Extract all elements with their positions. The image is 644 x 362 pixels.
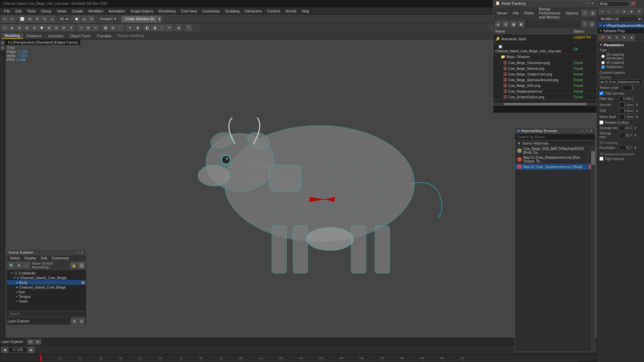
material-editor-btn[interactable]: ◈: [176, 24, 182, 31]
selection-filter[interactable]: All: [58, 16, 70, 22]
resolution-spinner[interactable]: ⬍: [634, 146, 637, 150]
scene-item-tooth[interactable]: ● Tooth: [7, 299, 86, 304]
stack-config-btn[interactable]: ⚙: [606, 35, 613, 41]
mod-item-vray[interactable]: 👁 ■ VRayDisplacementMod: [597, 23, 644, 28]
asset-maximize[interactable]: □: [587, 1, 590, 5]
render-setup-btn[interactable]: ◧: [144, 24, 150, 31]
menu-item-civil-view[interactable]: Civil View: [178, 8, 199, 14]
rotate-btn[interactable]: ↻: [41, 16, 48, 22]
table-row[interactable]: 🖼 Cow_Beige_SSS.png Found: [493, 83, 597, 89]
mod-icon-2[interactable]: ▷: [606, 8, 613, 14]
material-browser-title-bar[interactable]: ◈ Material/Map Browser ─ □ ✕: [515, 128, 595, 134]
water-level-spinner[interactable]: ⬍: [636, 115, 638, 119]
tb2-btn9[interactable]: ⊕: [60, 24, 67, 31]
scale-btn[interactable]: ⊿: [49, 16, 55, 22]
mod-icon-1[interactable]: ✦: [599, 8, 605, 14]
table-row[interactable]: 🖼 Cow_Displacement.exr Found: [493, 89, 597, 94]
menu-item-file[interactable]: File: [1, 8, 13, 14]
water-level-input[interactable]: [619, 114, 634, 119]
select-btn[interactable]: ⬜: [18, 16, 26, 22]
tb2-btn1[interactable]: ⬡: [1, 24, 8, 31]
asset-help-btn[interactable]: ?: [582, 10, 588, 16]
menu-item-rendering[interactable]: Rendering: [156, 8, 179, 14]
menu-item-graph-editors[interactable]: Graph Editors: [128, 8, 156, 14]
mod-icon-6[interactable]: ⚙: [636, 8, 642, 14]
asset-menu-server[interactable]: Server: [495, 11, 509, 15]
scene-tb-filter[interactable]: ▼: [16, 262, 22, 269]
scene-menu-customize[interactable]: Customize: [50, 256, 71, 260]
curve-btn[interactable]: ⌒: [117, 24, 123, 31]
asset-tb-5[interactable]: ?: [581, 21, 588, 28]
radio-3d[interactable]: 3D mapping: [601, 61, 642, 64]
left-icon-2[interactable]: [1, 46, 5, 50]
texture-chan-input[interactable]: [623, 85, 634, 90]
select-region-btn[interactable]: ⊞: [27, 16, 33, 22]
modifier-list-select[interactable]: Modifier List: [599, 16, 643, 22]
radio-subdivision[interactable]: Subdivision: [601, 65, 642, 69]
tab-freeform[interactable]: Freeform: [23, 33, 45, 39]
frame-back-btn[interactable]: ◀: [1, 347, 8, 353]
scene-explorer-title-bar[interactable]: Scene Explorer ... ─ □ ✕: [6, 250, 86, 255]
frame-counter-input[interactable]: [9, 347, 27, 352]
snap-btn[interactable]: 🔲: [73, 16, 80, 22]
mat-search-input[interactable]: [515, 134, 595, 140]
mirror-btn[interactable]: ⊣: [78, 24, 84, 31]
tab-modeling[interactable]: Modeling: [1, 33, 23, 39]
asset-settings-btn[interactable]: ⚙: [589, 10, 596, 16]
menu-item-help[interactable]: Help: [299, 8, 312, 14]
asset-menu-options[interactable]: Options: [563, 11, 580, 15]
menu-item-edit[interactable]: Edit: [13, 8, 24, 14]
timeline-playhead[interactable]: [40, 354, 41, 361]
render-btn[interactable]: ◨: [151, 24, 158, 31]
mat-minimize[interactable]: ─: [581, 129, 584, 133]
menu-item-content[interactable]: Content: [264, 8, 283, 14]
col-status[interactable]: Status: [572, 29, 597, 34]
body-name-input[interactable]: [599, 1, 629, 6]
mat-scrollbar[interactable]: [591, 148, 595, 352]
particle-btn[interactable]: ✦: [127, 24, 133, 31]
mod-item-editable-poly[interactable]: 👁 Editable Poly: [597, 28, 644, 34]
texmap-max-input[interactable]: [619, 133, 633, 138]
array-btn[interactable]: ⊞: [85, 24, 92, 31]
mat-item-1[interactable]: Cow_Beige_SSS_MAT (VRayFastSSS2) [Body, …: [515, 146, 595, 155]
mat-close[interactable]: ✕: [589, 129, 593, 133]
mod-icon-4[interactable]: ⊞: [621, 8, 628, 14]
layer-btn1[interactable]: ⚙: [27, 339, 34, 345]
move-btn[interactable]: ✛: [34, 16, 41, 22]
tab-object-paint[interactable]: Object Paint: [67, 33, 94, 39]
menu-item-arnold[interactable]: Arnold: [283, 8, 299, 14]
stack-pin-btn[interactable]: 📌: [599, 35, 605, 41]
create-selection-dropdown[interactable]: ▼: [158, 16, 161, 22]
table-row[interactable]: 🖼 Cow_Beige_SpecularAmount.png Found: [493, 77, 597, 83]
mat-item-3[interactable]: Map #2 (Cow_Displacement.exr) [Body]: [515, 164, 595, 170]
stack-collapse-btn[interactable]: ▼: [621, 35, 628, 41]
scene-body-options[interactable]: ⚙: [81, 281, 85, 284]
asset-tracking-resize[interactable]: [594, 110, 597, 113]
asset-minimize[interactable]: ─: [582, 1, 586, 5]
menu-item-tools[interactable]: Tools: [24, 8, 39, 14]
timeline[interactable]: 0 10 20 30 40 50 60 70 80 90 100 110 120…: [0, 354, 644, 361]
layer-settings-btn[interactable]: ⚙: [71, 318, 78, 324]
table-row[interactable]: 🔲 Channel_Island_Cow_Beige_max_vray.max …: [493, 44, 597, 54]
asset-tb-1[interactable]: ◈: [495, 21, 501, 28]
scene-lock-btn[interactable]: 🔒: [70, 262, 78, 269]
asset-tracking-title-bar[interactable]: 📋 Asset Tracking ─ □ ✕: [493, 0, 597, 6]
scene-item-channel-island-2[interactable]: ◈ Channel_Island_Cow_Beige: [7, 285, 86, 290]
texmap-max-spinner[interactable]: ⬍: [634, 134, 637, 137]
scene-col-btn[interactable]: ⊞: [78, 262, 85, 269]
col-name[interactable]: Name: [493, 29, 572, 34]
mod-icon-3[interactable]: ◁: [613, 8, 620, 14]
tight-bounds-checkbox[interactable]: [599, 157, 603, 161]
scene-explorer-resize[interactable]: [84, 322, 86, 325]
tb2-btn10[interactable]: ✦: [68, 24, 75, 31]
scene-tb-find[interactable]: 🔍: [8, 262, 15, 269]
asset-close[interactable]: ✕: [591, 1, 595, 5]
table-row[interactable]: 🖼 Cow_Beige_ScatterColor.png Found: [493, 71, 597, 77]
scene-menu-select[interactable]: Select: [8, 256, 22, 260]
stack-unique-btn[interactable]: ◈: [628, 35, 635, 41]
asset-tb-6[interactable]: ⚙: [589, 21, 595, 28]
scene-tb-sort[interactable]: ↕: [23, 262, 30, 269]
tab-populate[interactable]: Populate: [93, 33, 114, 39]
scene-item-body[interactable]: ◈ Body ⚙: [7, 280, 86, 285]
layers-btn[interactable]: ▦: [102, 24, 109, 31]
